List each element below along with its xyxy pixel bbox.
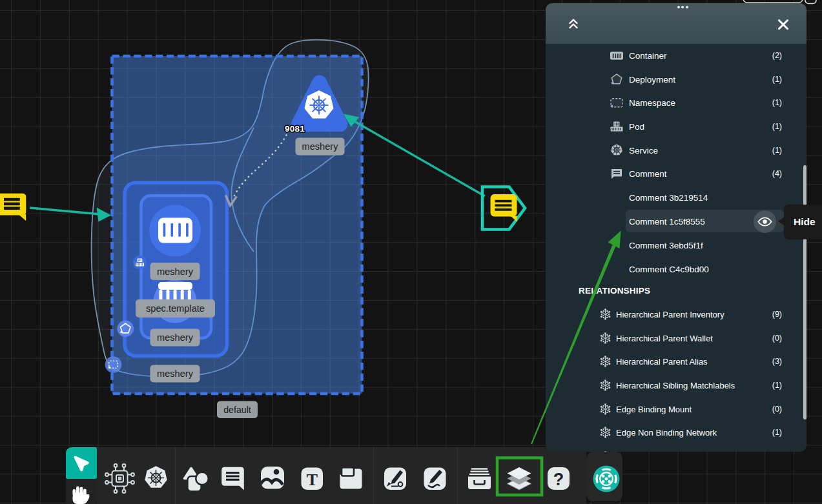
svg-text:?: ?: [553, 470, 564, 489]
svg-text:T: T: [307, 470, 318, 489]
